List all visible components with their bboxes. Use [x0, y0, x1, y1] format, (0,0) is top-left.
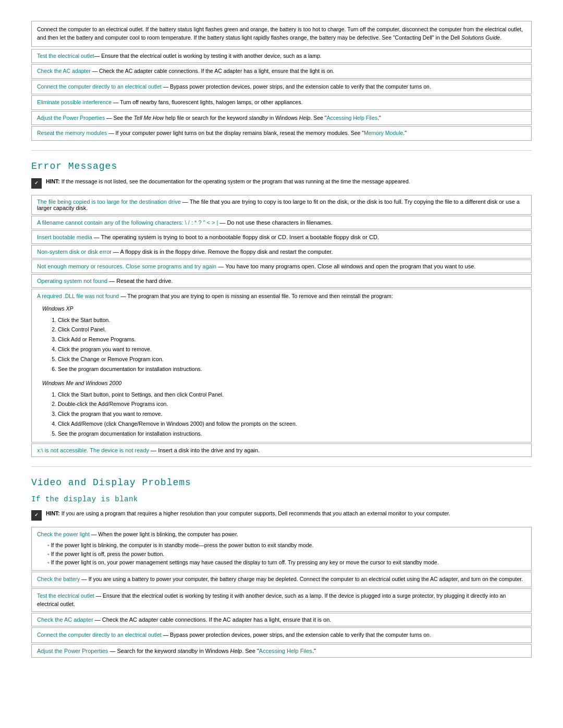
connect-directly-2-row: Connect the computer directly to an elec… [31, 627, 532, 643]
power-light-bullets: If the power light is blinking, the comp… [47, 541, 526, 567]
xp-step-4: Click the program you want to remove. [58, 344, 526, 354]
error-messages-title: Error Messages [31, 161, 532, 171]
windows-me-steps: Click the Start button, point to Setting… [58, 390, 526, 439]
adjust-power-row: Adjust the Power Properties — See the Te… [31, 111, 532, 126]
check-ac-adapter-2-link[interactable]: Check the AC adapter [37, 616, 93, 623]
dll-not-found-text: — The program that you are trying to ope… [119, 293, 393, 299]
connect-directly-text: — Bypass power protection devices, power… [162, 83, 431, 90]
check-power-light-text: — When the power light is blinking, the … [90, 531, 238, 537]
error-messages-section: Error Messages ✓ HINT: If the message is… [31, 161, 532, 457]
test-electrical-outlet-text: — Ensure that the electrical outlet is w… [94, 53, 322, 59]
filename-chars-row: A filename cannot contain any of the fol… [31, 216, 532, 229]
check-power-light-header: Check the power light — When the power l… [37, 530, 526, 539]
non-system-disk-row: Non-system disk or disk error — A floppy… [31, 245, 532, 258]
me-step-1: Click the Start button, point to Setting… [58, 390, 526, 400]
non-system-disk-link[interactable]: Non-system disk or disk error [37, 249, 112, 255]
dll-not-found-link[interactable]: A required .DLL file was not found [37, 293, 119, 299]
adjust-power-text1: — See the Tell Me How help file or searc… [105, 115, 326, 121]
power-light-bullet-2: If the power light is off, press the pow… [47, 550, 526, 559]
windows-xp-steps: Click the Start button. Click Control Pa… [58, 315, 526, 374]
divider-2 [31, 466, 532, 467]
test-electrical-outlet-2-link[interactable]: Test the electrical outlet [37, 593, 94, 599]
hint-icon-1: ✓ [31, 178, 42, 189]
me-step-4: Click Add/Remove (click Change/Remove in… [58, 419, 526, 429]
xp-step-1: Click the Start button. [58, 315, 526, 325]
hint-text-1: HINT: If the message is not listed, see … [46, 178, 410, 186]
reseat-memory-row: Reseat the memory modules — If your comp… [31, 126, 532, 141]
xp-step-3: Click Add or Remove Programs. [58, 335, 526, 344]
filename-chars-text: — Do not use these characters in filenam… [218, 219, 333, 226]
check-ac-adapter-2-text: — Check the AC adapter cable connections… [93, 616, 332, 623]
connect-directly-2-link[interactable]: Connect the computer directly to an elec… [37, 632, 162, 638]
adjust-power-2-text1: — Search for the keyword standby in Wind… [108, 648, 259, 654]
insert-bootable-row: Insert bootable media — The operating sy… [31, 230, 532, 244]
reseat-memory-link[interactable]: Reseat the memory modules [37, 130, 107, 136]
os-not-found-link[interactable]: Operating system not found [37, 278, 107, 284]
device-not-ready-text: — Insert a disk into the drive and try a… [149, 447, 260, 453]
eliminate-interference-row: Eliminate possible interference — Turn o… [31, 95, 532, 110]
filename-chars-link[interactable]: A filename cannot contain any of the fol… [37, 219, 218, 226]
device-not-ready-link[interactable]: x:\ is not accessible. The device is not… [37, 447, 149, 453]
me-step-3: Click the program that you want to remov… [58, 409, 526, 419]
os-not-found-text: — Reseat the hard drive. [107, 278, 173, 284]
eliminate-interference-text: — Turn off nearby fans, fluorescent ligh… [112, 99, 302, 105]
accessing-help-link-1[interactable]: Accessing Help Files [327, 115, 377, 121]
eliminate-interference-link[interactable]: Eliminate possible interference [37, 99, 112, 105]
xp-step-2: Click Control Panel. [58, 325, 526, 335]
check-ac-adapter-row: Check the AC adapter — Check the AC adap… [31, 64, 532, 79]
accessing-help-link-2[interactable]: Accessing Help Files [259, 648, 312, 654]
xp-step-5: Click the Change or Remove Program icon. [58, 354, 526, 364]
divider-1 [31, 150, 532, 151]
test-electrical-outlet-2-text: — Ensure that the electrical outlet is w… [37, 593, 506, 607]
windows-xp-label: Windows XP [42, 305, 526, 313]
dll-not-found-row: A required .DLL file was not found — The… [31, 289, 532, 442]
hint-icon-2: ✓ [31, 510, 42, 521]
adjust-power-2-text2: ." [312, 648, 316, 654]
os-not-found-row: Operating system not found — Reseat the … [31, 274, 532, 288]
device-not-ready-row: x:\ is not accessible. The device is not… [31, 443, 532, 457]
me-step-5: See the program documentation for instal… [58, 429, 526, 439]
check-battery-row: Check the battery — If you are using a b… [31, 572, 532, 587]
not-enough-memory-text: — You have too many programs open. Close… [216, 263, 475, 269]
adjust-power-2-link[interactable]: Adjust the Power Properties [37, 648, 108, 654]
power-light-bullet-3: If the power light is on, your power man… [47, 558, 526, 567]
display-blank-hint: ✓ HINT: If you are using a program that … [31, 510, 532, 521]
check-power-light-link[interactable]: Check the power light [37, 531, 90, 537]
not-enough-memory-row: Not enough memory or resources. Close so… [31, 260, 532, 273]
battery-intro-text: Connect the computer to an electrical ou… [37, 26, 523, 41]
power-light-bullet-1: If the power light is blinking, the comp… [47, 541, 526, 550]
check-ac-adapter-link[interactable]: Check the AC adapter [37, 68, 91, 74]
check-battery-text: — If you are using a battery to power yo… [80, 576, 523, 582]
test-electrical-outlet-2-row: Test the electrical outlet — Ensure that… [31, 588, 532, 612]
dll-header: A required .DLL file was not found — The… [37, 292, 526, 301]
video-display-title: Video and Display Problems [31, 477, 532, 488]
non-system-disk-text: — A floppy disk is in the floppy drive. … [112, 249, 333, 255]
windows-me-label: Windows Me and Windows 2000 [42, 379, 526, 388]
insert-bootable-text: — The operating system is trying to boot… [92, 234, 379, 240]
me-step-2: Double-click the Add/Remove Programs ico… [58, 399, 526, 409]
display-blank-subtitle: If the display is blank [31, 495, 532, 503]
battery-intro-block: Connect the computer to an electrical ou… [31, 21, 532, 47]
video-display-section: Video and Display Problems If the displa… [31, 477, 532, 658]
top-section: Connect the computer to an electrical ou… [31, 21, 532, 141]
hint-text-2: HINT: If you are using a program that re… [46, 510, 450, 518]
insert-bootable-link[interactable]: Insert bootable media [37, 234, 92, 240]
check-power-light-row: Check the power light — When the power l… [31, 527, 532, 571]
file-too-large-link[interactable]: The file being copied is too large for t… [37, 199, 181, 205]
file-too-large-row: The file being copied is too large for t… [31, 195, 532, 215]
error-messages-hint: ✓ HINT: If the message is not listed, se… [31, 178, 532, 189]
check-battery-link[interactable]: Check the battery [37, 576, 80, 582]
connect-directly-2-text: — Bypass power protection devices, power… [162, 632, 431, 638]
test-electrical-outlet-row: Test the electrical outlet— Ensure that … [31, 49, 532, 64]
memory-module-link[interactable]: Memory Module [364, 130, 403, 136]
connect-directly-link[interactable]: Connect the computer directly to an elec… [37, 83, 162, 90]
test-electrical-outlet-link[interactable]: Test the electrical outlet [37, 53, 94, 59]
adjust-power-2-row: Adjust the Power Properties — Search for… [31, 644, 532, 658]
not-enough-memory-link[interactable]: Not enough memory or resources. Close so… [37, 263, 216, 269]
adjust-power-text2: ." [377, 115, 381, 121]
xp-step-6: See the program documentation for instal… [58, 364, 526, 374]
check-ac-adapter-text: — Check the AC adapter cable connections… [91, 68, 335, 74]
adjust-power-link[interactable]: Adjust the Power Properties [37, 115, 105, 121]
connect-directly-row: Connect the computer directly to an elec… [31, 80, 532, 94]
check-ac-adapter-2-row: Check the AC adapter — Check the AC adap… [31, 613, 532, 626]
